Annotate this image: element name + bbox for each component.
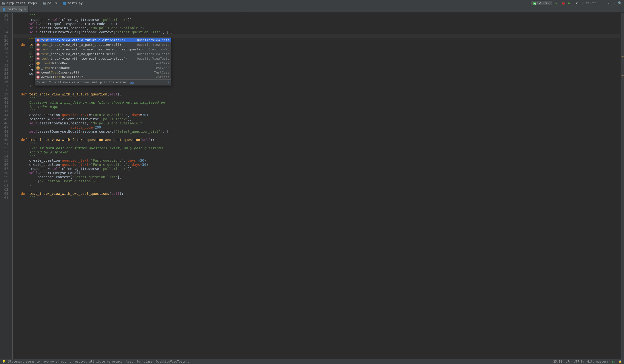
breadcrumb-file[interactable]: tests.py xyxy=(63,1,83,5)
code-line[interactable]: response = self.client.get(reverse('poll… xyxy=(13,18,624,22)
line-number[interactable]: 64 xyxy=(0,196,8,200)
code-line[interactable]: def test_index_view_with_two_past_questi… xyxy=(13,192,624,196)
line-number[interactable]: 35 xyxy=(0,76,8,80)
completion-item[interactable]: mtest_index_view_with_a_past_question(se… xyxy=(35,42,171,47)
line-number[interactable]: 55 xyxy=(0,159,8,163)
line-number[interactable]: 41 xyxy=(0,101,8,105)
code-editor[interactable]: """ response = self.client.get(reverse('… xyxy=(13,13,624,359)
line-number[interactable]: 31 xyxy=(0,59,8,63)
memory-indicator-icon[interactable]: ▮₂ xyxy=(612,360,615,363)
line-number[interactable]: 23 xyxy=(0,26,8,30)
git-branch[interactable]: Git: master⇕ xyxy=(587,360,608,363)
line-number-gutter[interactable]: 2021222324252627282930313233343536373839… xyxy=(0,13,13,359)
line-number[interactable]: 49 xyxy=(0,134,8,138)
line-number[interactable]: 45 xyxy=(0,117,8,121)
line-number[interactable]: 43 xyxy=(0,109,8,113)
vcs-history-icon[interactable]: ▭ xyxy=(600,1,604,5)
line-number[interactable]: 51 xyxy=(0,142,8,146)
editor-scrollbar[interactable] xyxy=(621,13,624,359)
line-number[interactable]: 50 xyxy=(0,138,8,142)
code-line[interactable]: response = self.client.get(reverse('poll… xyxy=(13,167,624,171)
completion-pi-icon[interactable]: π xyxy=(167,80,169,85)
line-number[interactable]: 60 xyxy=(0,179,8,183)
code-line[interactable]: response.context['latest_question_list']… xyxy=(13,175,624,179)
line-number[interactable]: 54 xyxy=(0,154,8,159)
completion-item[interactable]: mtest_index_view_with_future_question_an… xyxy=(35,47,171,52)
line-number[interactable]: 25 xyxy=(0,34,8,39)
completion-item[interactable]: mtest_index_view_with_a_future_question(… xyxy=(35,38,171,42)
code-line[interactable]: ['<Question: Past question.>'] xyxy=(13,179,624,183)
code-line[interactable]: response = self.client.get(reverse('poll… xyxy=(13,117,624,121)
line-number[interactable]: 59 xyxy=(0,175,8,179)
code-line[interactable] xyxy=(13,187,624,192)
line-number[interactable]: 36 xyxy=(0,80,8,84)
profile-button[interactable]: ◐ xyxy=(575,1,579,5)
breadcrumb-project[interactable]: djtp_first_steps xyxy=(2,1,37,5)
line-number[interactable]: 48 xyxy=(0,130,8,134)
warning-marker[interactable] xyxy=(622,56,624,57)
line-number[interactable]: 63 xyxy=(0,192,8,196)
code-line[interactable]: status_code=200) xyxy=(13,125,624,130)
completion-hint-link[interactable]: >> xyxy=(130,81,133,84)
line-number[interactable]: 33 xyxy=(0,68,8,71)
breadcrumb-folder[interactable]: polls xyxy=(43,1,57,5)
line-number[interactable]: 37 xyxy=(0,84,8,88)
code-line[interactable] xyxy=(13,88,624,92)
code-line[interactable]: self.assertQuerysetEqual(response.contex… xyxy=(13,130,624,134)
search-everywhere-icon[interactable]: 🔍 xyxy=(618,1,622,5)
code-line[interactable]: """ xyxy=(13,154,624,159)
editor-tab-tests[interactable]: tests.py × xyxy=(0,6,28,12)
caret-position[interactable]: 25:18 xyxy=(553,360,562,363)
completion-item[interactable]: mtest_index_view_with_two_past_questions… xyxy=(35,56,171,61)
completion-item[interactable]: f_testMethodNameTestCase xyxy=(35,66,171,70)
line-number[interactable]: 30 xyxy=(0,55,8,59)
code-line[interactable]: self.assertEqual(response.status_code, 2… xyxy=(13,22,624,26)
code-line[interactable]: def test_index_view_with_future_question… xyxy=(13,138,624,142)
code-line[interactable]: """ xyxy=(13,109,624,113)
line-number[interactable]: 47 xyxy=(0,125,8,130)
vcs-update-button[interactable]: VCS↓ xyxy=(586,1,590,5)
code-line[interactable]: Questions with a pub_date in the future … xyxy=(13,101,624,105)
line-number[interactable]: 61 xyxy=(0,183,8,187)
code-line[interactable]: """ xyxy=(13,196,624,200)
fold-gutter[interactable] xyxy=(9,13,13,359)
completion-item[interactable]: f_testMethodDocTestCase xyxy=(35,61,171,66)
code-line[interactable]: should be displayed. xyxy=(13,150,624,154)
run-configuration-selector[interactable]: dj Polls ▾ xyxy=(531,1,552,5)
code-line[interactable]: self.assertQuerysetEqual( xyxy=(13,171,624,175)
code-line[interactable]: ) xyxy=(13,183,624,187)
line-number[interactable]: 21 xyxy=(0,18,8,22)
line-number[interactable]: 52 xyxy=(0,146,8,150)
inspection-bulb-icon[interactable]: 💡 xyxy=(2,360,6,363)
run-coverage-button[interactable]: ▶. xyxy=(568,1,572,5)
line-number[interactable]: 29 xyxy=(0,51,8,55)
code-line[interactable]: the index page. xyxy=(13,105,624,109)
code-line[interactable]: def test_index_view_with_a_future_questi… xyxy=(13,92,624,96)
line-number[interactable]: 39 xyxy=(0,92,8,96)
line-number[interactable]: 46 xyxy=(0,121,8,125)
completion-item[interactable]: mtest_index_view_with_no_questions(self)… xyxy=(35,52,171,56)
file-encoding[interactable]: UTF-8⇕ xyxy=(574,360,584,363)
line-number[interactable]: 22 xyxy=(0,22,8,26)
code-line[interactable]: """ xyxy=(13,14,624,18)
line-number[interactable]: 34 xyxy=(0,71,8,76)
run-button[interactable]: ▶ xyxy=(554,1,559,5)
line-number[interactable]: 53 xyxy=(0,150,8,154)
code-line[interactable] xyxy=(13,134,624,138)
code-line[interactable]: self.assertQuerysetEqual(response.contex… xyxy=(13,30,624,34)
line-number[interactable]: 58 xyxy=(0,171,8,175)
code-line[interactable]: """ xyxy=(13,96,624,101)
line-number[interactable]: 26 xyxy=(0,39,8,43)
line-number[interactable]: 24 xyxy=(0,30,8,34)
line-number[interactable]: 56 xyxy=(0,163,8,167)
line-separator[interactable]: LF⇕ xyxy=(566,360,570,363)
line-number[interactable]: 57 xyxy=(0,167,8,171)
code-line[interactable]: self.assertContains(response, "No polls … xyxy=(13,121,624,125)
line-number[interactable]: 38 xyxy=(0,88,8,92)
close-tab-icon[interactable]: × xyxy=(24,7,26,11)
line-number[interactable]: 40 xyxy=(0,96,8,101)
completion-item[interactable]: mdefaultTestResult(self)TestCase xyxy=(35,75,171,79)
code-line[interactable]: create_question(question_text="Past ques… xyxy=(13,159,624,163)
line-number[interactable]: 27 xyxy=(0,43,8,47)
code-line[interactable]: """ xyxy=(13,142,624,146)
